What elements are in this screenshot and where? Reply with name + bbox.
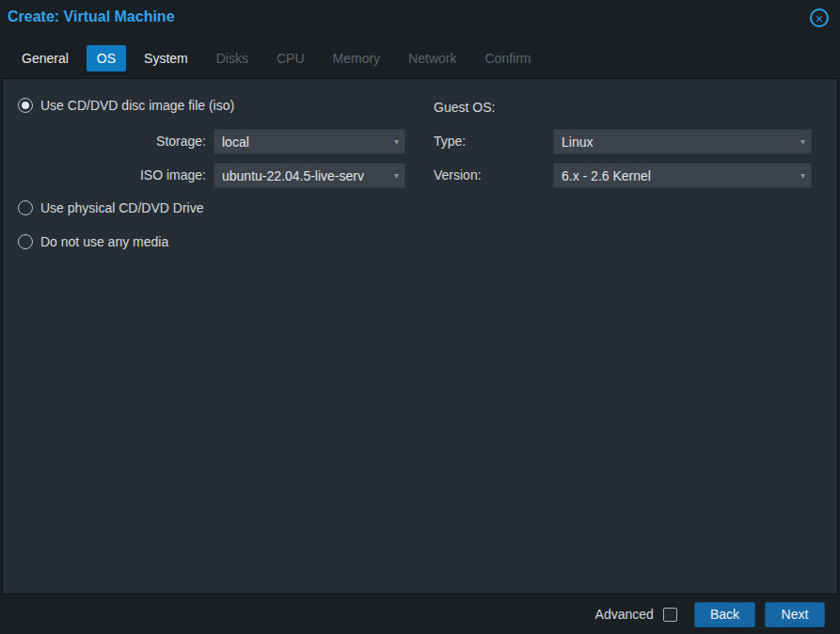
radio-physical-drive[interactable]: Use physical CD/DVD Drive: [18, 200, 203, 215]
guest-os-heading: Guest OS:: [434, 100, 495, 115]
chevron-down-icon: ▾: [800, 136, 805, 147]
radio-selected-icon: [18, 98, 33, 113]
storage-label: Storage:: [18, 134, 206, 149]
radio-no-media[interactable]: Do not use any media: [18, 234, 168, 249]
radio-use-iso-label: Use CD/DVD disc image file (iso): [40, 98, 234, 113]
storage-select[interactable]: local ▾: [214, 129, 405, 154]
tab-disks: Disks: [206, 45, 259, 71]
footer-bar: Advanced Back Next: [0, 594, 840, 634]
radio-no-media-label: Do not use any media: [40, 234, 168, 249]
tab-network: Network: [398, 45, 467, 71]
tab-general[interactable]: General: [11, 45, 79, 71]
guest-version-select[interactable]: 6.x - 2.6 Kernel ▾: [553, 163, 812, 188]
chevron-down-icon: ▾: [800, 170, 805, 181]
os-tab-panel: Use CD/DVD disc image file (iso) Storage…: [2, 78, 838, 594]
chevron-down-icon: ▾: [394, 170, 399, 181]
storage-value: local: [222, 135, 386, 150]
dialog-title: Create: Virtual Machine: [8, 8, 175, 25]
guest-type-value: Linux: [562, 135, 792, 150]
back-button[interactable]: Back: [694, 602, 755, 627]
tab-cpu: CPU: [266, 45, 315, 71]
tab-os[interactable]: OS: [87, 45, 126, 71]
tab-memory: Memory: [323, 45, 391, 71]
chevron-down-icon: ▾: [394, 136, 399, 147]
radio-use-iso[interactable]: Use CD/DVD disc image file (iso): [18, 98, 234, 113]
create-vm-dialog: Create: Virtual Machine × General OS Sys…: [0, 0, 840, 634]
tab-confirm: Confirm: [474, 45, 541, 71]
guest-version-value: 6.x - 2.6 Kernel: [562, 168, 792, 183]
iso-image-value: ubuntu-22.04.5-live-serv: [222, 168, 386, 183]
close-icon[interactable]: ×: [810, 8, 829, 27]
advanced-label: Advanced: [595, 607, 654, 622]
dialog-titlebar: Create: Virtual Machine ×: [0, 0, 840, 38]
version-label: Version:: [434, 167, 482, 182]
next-button[interactable]: Next: [765, 602, 825, 627]
advanced-checkbox[interactable]: [663, 608, 677, 622]
guest-type-select[interactable]: Linux ▾: [553, 129, 812, 154]
tab-system[interactable]: System: [134, 45, 198, 71]
iso-image-select[interactable]: ubuntu-22.04.5-live-serv ▾: [214, 163, 405, 188]
radio-unselected-icon: [18, 234, 33, 249]
type-label: Type:: [434, 134, 466, 149]
radio-unselected-icon: [18, 200, 33, 215]
radio-physical-drive-label: Use physical CD/DVD Drive: [40, 200, 203, 215]
iso-image-label: ISO image:: [18, 167, 206, 182]
wizard-tabbar: General OS System Disks CPU Memory Netwo…: [0, 38, 840, 78]
